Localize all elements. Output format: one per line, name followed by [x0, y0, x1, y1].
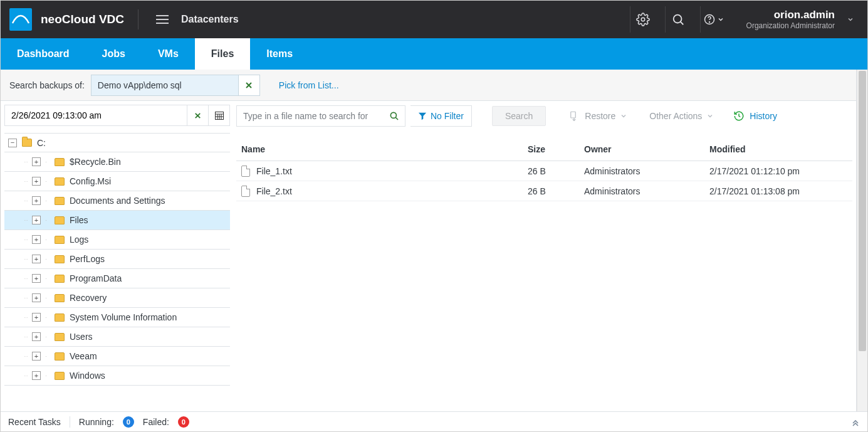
- file-search-input[interactable]: [237, 111, 384, 121]
- tree-item[interactable]: ···System Volume Information: [4, 308, 230, 327]
- tree-item-label: Recovery: [70, 293, 107, 303]
- tree-item-label: $Recycle.Bin: [70, 157, 121, 167]
- folder-icon: [55, 313, 65, 322]
- tree-item-label: ProgramData: [70, 273, 122, 283]
- filter-icon: [418, 112, 427, 120]
- failed-count-badge: 0: [178, 416, 189, 428]
- tree-item[interactable]: ···Windows: [4, 366, 230, 386]
- col-modified[interactable]: Modified: [709, 144, 847, 154]
- tree-connector: ·: [43, 256, 50, 262]
- file-search-field[interactable]: [236, 105, 405, 127]
- running-label: Running:: [79, 417, 114, 427]
- filter-button[interactable]: No Filter: [410, 105, 472, 127]
- calendar-button[interactable]: [208, 105, 229, 125]
- tab-files[interactable]: Files: [195, 38, 250, 70]
- search-button[interactable]: Search: [492, 106, 546, 126]
- table-header: Name Size Owner Modified: [236, 137, 852, 161]
- expand-icon[interactable]: [32, 293, 41, 302]
- expand-icon[interactable]: [32, 196, 41, 205]
- folder-icon: [55, 177, 65, 186]
- expand-icon[interactable]: [32, 255, 41, 263]
- tree-connector: ·: [43, 159, 50, 165]
- tree-item[interactable]: ···Users: [4, 327, 230, 347]
- expand-icon[interactable]: [32, 352, 41, 361]
- restore-point-field[interactable]: [4, 105, 230, 126]
- svg-line-12: [395, 117, 398, 120]
- collapse-icon[interactable]: [8, 139, 17, 147]
- tree-item[interactable]: ···$Recycle.Bin: [4, 152, 230, 172]
- tree-item-label: Windows: [70, 371, 105, 381]
- tree-connector: ·: [43, 354, 50, 359]
- expand-icon[interactable]: [32, 216, 41, 224]
- tree-item[interactable]: ···PerfLogs: [4, 250, 230, 269]
- folder-icon: [55, 352, 65, 361]
- expand-icon[interactable]: [32, 274, 41, 283]
- table-row[interactable]: File_1.txt26 BAdministrators2/17/2021 01…: [236, 161, 852, 181]
- expand-status-button[interactable]: [851, 418, 860, 426]
- folder-icon: [55, 236, 65, 244]
- divider: [138, 9, 139, 29]
- user-menu[interactable]: orion.admin Organization Administrator: [735, 9, 835, 31]
- recent-tasks-label[interactable]: Recent Tasks: [8, 417, 61, 427]
- file-table: Name Size Owner Modified File_1.txt26 BA…: [236, 137, 852, 201]
- tab-vms[interactable]: VMs: [142, 38, 195, 70]
- file-name: File_1.txt: [256, 166, 292, 176]
- breadcrumb[interactable]: Datacenters: [181, 14, 239, 25]
- file-icon: [241, 186, 250, 197]
- tree-item-label: PerfLogs: [70, 254, 105, 264]
- tree-item-label: C:: [37, 138, 46, 148]
- clear-date-button[interactable]: [187, 105, 208, 125]
- tree-item[interactable]: ···Veeam: [4, 347, 230, 366]
- settings-button[interactable]: [630, 6, 656, 33]
- chevron-down-icon: [707, 113, 713, 119]
- global-search-button[interactable]: [665, 6, 691, 33]
- folder-icon: [55, 333, 65, 341]
- col-size[interactable]: Size: [528, 144, 584, 154]
- col-name[interactable]: Name: [241, 144, 528, 154]
- file-owner: Administrators: [584, 186, 709, 196]
- backup-scope-input[interactable]: [92, 80, 238, 90]
- expand-icon[interactable]: [32, 235, 41, 244]
- tree-item[interactable]: ···ProgramData: [4, 269, 230, 288]
- tree-item[interactable]: ···Documents and Settings: [4, 191, 230, 211]
- pick-from-list-link[interactable]: Pick from List...: [279, 80, 339, 90]
- col-owner[interactable]: Owner: [584, 144, 709, 154]
- chevron-double-up-icon: [851, 418, 860, 426]
- expand-icon[interactable]: [32, 313, 41, 322]
- expand-icon[interactable]: [32, 371, 41, 380]
- tree-item[interactable]: ···Files: [4, 211, 230, 230]
- svg-line-2: [681, 22, 684, 25]
- folder-icon: [55, 158, 65, 166]
- tree-item-label: Users: [70, 332, 93, 342]
- scrollbar[interactable]: [857, 70, 867, 411]
- user-role: Organization Administrator: [746, 21, 835, 30]
- restore-button[interactable]: Restore: [568, 110, 627, 122]
- file-search-submit[interactable]: [384, 110, 405, 122]
- tree-item[interactable]: ···Config.Msi: [4, 172, 230, 191]
- tree-connector: ·: [43, 276, 50, 282]
- help-button[interactable]: [700, 6, 726, 33]
- tab-items[interactable]: Items: [250, 38, 309, 70]
- expand-icon[interactable]: [32, 177, 41, 186]
- expand-icon[interactable]: [32, 332, 41, 341]
- close-icon: [244, 81, 253, 90]
- tree-item-label: Files: [70, 215, 88, 225]
- clear-scope-button[interactable]: [238, 75, 259, 95]
- restore-point-input[interactable]: [5, 110, 187, 120]
- svg-rect-13: [571, 112, 576, 118]
- tree-item[interactable]: ···Logs: [4, 230, 230, 250]
- tree-root[interactable]: C:: [4, 133, 230, 152]
- tree-connector: ·: [43, 218, 50, 223]
- other-actions-button[interactable]: Other Actions: [649, 111, 713, 121]
- tree-item[interactable]: ···Recovery: [4, 288, 230, 308]
- tab-jobs[interactable]: Jobs: [86, 38, 142, 70]
- user-name: orion.admin: [774, 9, 835, 21]
- svg-point-0: [641, 18, 645, 21]
- table-row[interactable]: File_2.txt26 BAdministrators2/17/2021 01…: [236, 181, 852, 201]
- menu-toggle-icon[interactable]: [152, 11, 172, 28]
- expand-icon[interactable]: [32, 157, 41, 166]
- history-button[interactable]: History: [733, 110, 777, 122]
- backup-scope-field[interactable]: [91, 75, 260, 96]
- tree-connector: ··: [23, 159, 29, 165]
- tab-dashboard[interactable]: Dashboard: [1, 38, 86, 70]
